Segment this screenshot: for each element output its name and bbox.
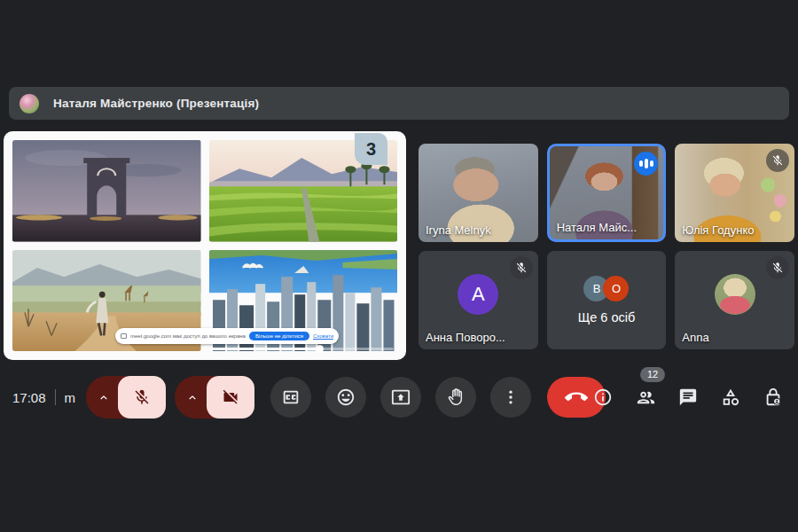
participant-name: Наталя Майс... (557, 221, 637, 234)
mic-off-icon (766, 149, 789, 172)
panel-controls: 12 (592, 375, 784, 419)
presenter-banner: Наталя Майстренко (Презентація) (9, 87, 789, 120)
chevron-up-icon (98, 391, 110, 403)
scrubber-knob[interactable] (316, 345, 324, 353)
mic-off-icon (510, 256, 533, 279)
participant-name: Анна Поворо... (426, 331, 505, 344)
participant-name: Iryna Melnyk (426, 223, 491, 237)
mic-off-icon (766, 256, 789, 279)
tile-natalia-speaking[interactable]: Наталя Майс... (547, 144, 667, 242)
hide-notification-link[interactable]: Сховати (313, 333, 333, 339)
mic-off-icon (133, 388, 151, 406)
present-button[interactable] (380, 377, 421, 418)
people-panel-button[interactable]: 12 (635, 387, 656, 408)
activities-icon (721, 387, 740, 407)
more-options-icon (502, 388, 520, 406)
toolbar-meta: 17:08 m (12, 375, 75, 419)
stop-sharing-button[interactable]: Більше не ділитися (249, 332, 309, 340)
overflow-count-label: Ще 6 осіб (578, 310, 636, 325)
more-options-button[interactable] (490, 377, 531, 418)
videocam-off-icon (222, 388, 239, 406)
scrubber-remaining (319, 348, 394, 350)
mic-control (86, 376, 166, 419)
present-icon (391, 387, 411, 407)
chevron-up-icon (186, 391, 199, 403)
screen-share-notification: meet.google.com має доступ до вашого екр… (115, 328, 339, 344)
camera-control (175, 376, 254, 419)
captions-button[interactable] (270, 377, 311, 418)
meeting-toolbar: 17:08 m (0, 375, 798, 419)
scrubber-played (211, 348, 319, 350)
photo-avatar (715, 274, 755, 315)
tile-yuliia-hodunko[interactable]: Юлія Годунко (675, 144, 794, 242)
end-call-icon (565, 386, 588, 409)
slide-image-arc-de-triomphe (12, 140, 201, 242)
emoji-icon (336, 387, 356, 407)
participant-count-badge: 12 (640, 367, 665, 382)
participant-name: Юлія Годунко (682, 223, 754, 237)
participant-grid: Iryna Melnyk Наталя Майс... Юлія Годунко… (419, 144, 794, 349)
share-message: meet.google.com має доступ до вашого екр… (130, 333, 246, 339)
shared-screen-stage[interactable]: 3 (4, 131, 406, 360)
clock-label: 17:08 (12, 390, 46, 405)
activities-button[interactable] (720, 387, 741, 408)
people-icon (636, 387, 656, 408)
presenter-avatar (20, 94, 39, 113)
participant-name: Anna (682, 331, 708, 344)
host-controls-button[interactable] (763, 387, 784, 408)
screen-share-icon (121, 333, 127, 339)
meeting-code-label: m (65, 390, 76, 405)
initial-avatar: А (458, 274, 498, 315)
chat-icon (678, 387, 698, 407)
raise-hand-icon (446, 387, 466, 407)
audio-speaking-icon (634, 152, 658, 176)
info-icon (593, 387, 613, 407)
captions-icon (281, 387, 301, 407)
meeting-details-button[interactable] (592, 387, 614, 408)
tile-anna-povoro[interactable]: А Анна Поворо... (419, 251, 538, 349)
call-controls (86, 375, 606, 419)
camera-mute-button[interactable] (207, 376, 254, 419)
tile-overflow-participants[interactable]: B O Ще 6 осіб (547, 251, 667, 349)
mic-mute-button[interactable] (118, 376, 166, 419)
chat-panel-button[interactable] (677, 387, 699, 408)
video-scrubber[interactable] (211, 348, 394, 350)
presenter-name-label: Наталя Майстренко (Презентація) (53, 97, 259, 110)
avatar-o: O (603, 276, 629, 301)
reactions-button[interactable] (325, 377, 366, 418)
tile-iryna-melnyk[interactable]: Iryna Melnyk (419, 144, 538, 242)
raise-hand-button[interactable] (435, 377, 476, 418)
divider (55, 389, 56, 405)
host-controls-lock-icon (763, 387, 783, 407)
slide-number-badge: 3 (355, 133, 387, 165)
tile-anna[interactable]: Anna (675, 251, 794, 349)
overflow-avatars: B O (583, 276, 629, 301)
